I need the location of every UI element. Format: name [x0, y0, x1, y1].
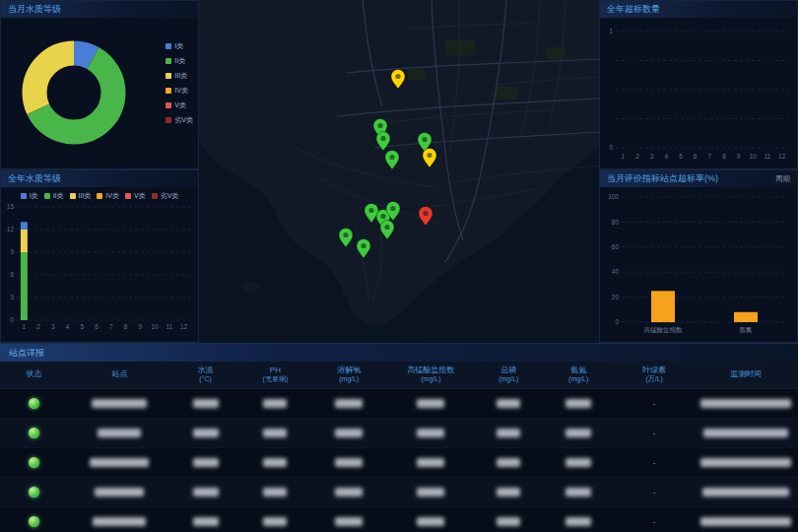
svg-text:9: 9 — [139, 323, 143, 330]
redacted-nh3n — [565, 399, 591, 408]
svg-text:6: 6 — [10, 271, 14, 278]
legend-item-IV类[interactable]: IV类 — [97, 191, 119, 201]
svg-text:6: 6 — [694, 153, 698, 160]
column-ph: PH(无量纲) — [239, 362, 311, 388]
legend-item-III类[interactable]: III类 — [166, 71, 193, 81]
station-detail-section: 站点详报 状态站点水温(°C)PH(无量纲)溶解氧(mg/L)高锰酸盐指数(mg… — [0, 343, 798, 532]
svg-text:1: 1 — [622, 153, 626, 160]
svg-text:0: 0 — [615, 318, 619, 325]
panel-title-exceed-rate: 当月评价指标站点超标率(%) — [607, 172, 718, 185]
map-islet — [241, 282, 259, 293]
svg-text:2: 2 — [635, 153, 639, 160]
redacted-codmn — [417, 517, 444, 526]
legend-item-II类[interactable]: II类 — [166, 56, 193, 66]
svg-text:4: 4 — [665, 153, 669, 160]
column-chla: 叶绿素(万/L) — [615, 362, 695, 388]
column-site: 站点 — [68, 362, 171, 388]
redacted-dox — [335, 517, 363, 526]
redacted-ph — [263, 399, 287, 408]
status-dot — [29, 487, 39, 498]
redacted-nh3n — [565, 429, 591, 437]
redacted-time — [700, 517, 791, 526]
redacted-codmn — [417, 429, 444, 437]
svg-text:8: 8 — [722, 153, 726, 160]
column-nh3n: 氨氮(mg/L) — [543, 362, 615, 388]
redacted-tp — [497, 488, 520, 497]
panel-header: 全年超标数量 — [600, 1, 797, 18]
redacted-tp — [497, 517, 520, 526]
svg-text:80: 80 — [612, 219, 620, 226]
station-row[interactable]: - — [0, 477, 798, 506]
donut-legend: I类II类III类IV类V类劣V类 — [166, 41, 193, 125]
top-section: 当月水质等级 I类II类III类IV类V类劣V类 全年水质等级 I类II类III… — [0, 0, 798, 343]
svg-text:9: 9 — [737, 153, 741, 160]
svg-text:12: 12 — [7, 226, 15, 233]
column-time: 监测时间 — [695, 362, 798, 388]
redacted-ph — [263, 429, 287, 437]
legend-item-劣V类[interactable]: 劣V类 — [166, 115, 193, 125]
legend-item-I类[interactable]: I类 — [21, 191, 38, 201]
redacted-time — [700, 458, 791, 467]
station-row[interactable]: - — [0, 506, 798, 532]
svg-text:7: 7 — [109, 323, 113, 330]
svg-text:4: 4 — [66, 323, 70, 330]
redacted-ph — [263, 517, 287, 526]
redacted-temp — [193, 488, 219, 497]
legend-item-V类[interactable]: V类 — [125, 191, 146, 201]
redacted-temp — [193, 458, 219, 467]
table-head: 状态站点水温(°C)PH(无量纲)溶解氧(mg/L)高锰酸盐指数(mg/L)总磷… — [0, 362, 798, 388]
legend-item-劣V类[interactable]: 劣V类 — [152, 191, 179, 201]
map[interactable] — [199, 0, 599, 343]
legend-item-V类[interactable]: V类 — [166, 100, 193, 110]
svg-text:100: 100 — [608, 193, 619, 200]
legend-item-III类[interactable]: III类 — [70, 191, 92, 201]
panel-title-monthly-grade: 当月水质等级 — [8, 3, 61, 16]
svg-text:5: 5 — [679, 153, 683, 160]
monthly-grade-donut-chart — [3, 21, 151, 165]
svg-text:11: 11 — [765, 153, 771, 160]
svg-text:0: 0 — [609, 144, 613, 151]
cell-chla: - — [615, 477, 695, 506]
panel-header: 当月水质等级 — [1, 1, 198, 18]
annual-grade-bar-chart: 03691215123456789101112 — [1, 202, 198, 332]
svg-text:6: 6 — [95, 323, 99, 330]
legend-item-I类[interactable]: I类 — [166, 41, 193, 51]
column-codmn: 高锰酸盐指数(mg/L) — [387, 362, 475, 388]
panel-title-annual-exceed: 全年超标数量 — [607, 3, 660, 16]
svg-text:0: 0 — [10, 316, 14, 323]
column-dox: 溶解氧(mg/L) — [311, 362, 387, 388]
redacted-time — [700, 399, 791, 408]
redacted-codmn — [417, 458, 444, 467]
svg-text:12: 12 — [180, 323, 188, 330]
station-row[interactable]: - — [0, 418, 798, 447]
svg-text:60: 60 — [612, 243, 620, 250]
station-row[interactable]: - — [0, 388, 798, 418]
svg-text:9: 9 — [10, 248, 14, 255]
exceed-rate-bar-chart: 020406080100高锰酸盐指数氨氮 — [600, 187, 797, 335]
redacted-tp — [497, 429, 520, 437]
svg-text:10: 10 — [152, 323, 160, 330]
redacted-dox — [335, 458, 363, 467]
panel-header: 全年水质等级 — [1, 170, 198, 187]
status-dot — [29, 516, 39, 527]
table-body: ----- — [0, 388, 798, 532]
panel-annual-exceed: 全年超标数量 01123456789101112 — [599, 0, 798, 169]
svg-text:2: 2 — [36, 323, 40, 330]
annual-grade-legend: I类II类III类IV类V类劣V类 — [1, 187, 198, 202]
monthly-grade-body: I类II类III类IV类V类劣V类 — [1, 18, 198, 168]
redacted-nh3n — [565, 517, 591, 526]
station-row[interactable]: - — [0, 447, 798, 477]
station-table: 状态站点水温(°C)PH(无量纲)溶解氧(mg/L)高锰酸盐指数(mg/L)总磷… — [0, 362, 798, 532]
status-dot — [29, 398, 39, 409]
left-column: 当月水质等级 I类II类III类IV类V类劣V类 全年水质等级 I类II类III… — [0, 0, 199, 343]
redacted-site — [90, 458, 149, 467]
legend-item-IV类[interactable]: IV类 — [166, 86, 193, 96]
svg-text:1: 1 — [23, 323, 27, 330]
column-tp: 总磷(mg/L) — [475, 362, 543, 388]
legend-item-II类[interactable]: II类 — [44, 191, 64, 201]
svg-text:高锰酸盐指数: 高锰酸盐指数 — [644, 326, 684, 334]
period-label[interactable]: 周期 — [775, 174, 790, 184]
redacted-site — [93, 517, 146, 526]
panel-exceed-rate: 当月评价指标站点超标率(%) 周期 020406080100高锰酸盐指数氨氮 — [599, 169, 798, 343]
redacted-codmn — [417, 399, 444, 408]
